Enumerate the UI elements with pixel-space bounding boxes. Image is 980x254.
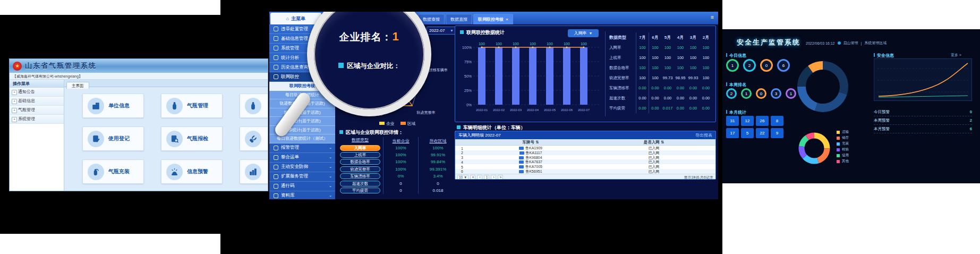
tab-联网联控考核[interactable]: 联网联控考核× (473, 14, 513, 24)
tab-数据直报[interactable]: 数据直报 (446, 14, 472, 24)
home-card-clipped-8[interactable] (240, 159, 268, 184)
chart-icon (245, 164, 261, 180)
legend-item-储存: 储存 (837, 135, 849, 141)
metric-pill-轨迹完整率[interactable]: 轨迹完整率 (340, 166, 380, 172)
month-value: 100 (661, 43, 674, 53)
close-icon[interactable]: × (506, 17, 508, 22)
row-number: 3 (455, 156, 469, 159)
home-card-信息预警[interactable]: 信息预警 (161, 159, 223, 184)
pagination-first-button[interactable]: « (470, 175, 475, 180)
svg-text:100%: 100% (462, 46, 472, 49)
pagination-next-button[interactable]: › (491, 175, 496, 180)
month-value: 100 (687, 53, 700, 63)
month-value: 0.00 (687, 103, 700, 113)
home-card-label: 单位信息 (108, 102, 130, 109)
sidebar-item-通行码[interactable]: 通行码⌄ (269, 182, 335, 191)
home-card-气瓶报检[interactable]: 气瓶报检 (161, 126, 223, 151)
company-value: 100% (383, 166, 418, 173)
vehicle-row-鲁K56951[interactable]: 6鲁K56951已入网 (455, 169, 715, 174)
vehicle-col-header-车牌号[interactable]: 车牌号 ⇅ (469, 140, 592, 145)
main-menu-button[interactable]: ⌂主菜单 (270, 13, 321, 24)
page-size-select[interactable]: 10 ▼ (457, 175, 468, 180)
svg-text:2022-06: 2022-06 (561, 108, 573, 112)
safety-dashboard-meta: 2022/06/03 16:12 启山管理 | 系统管理区域 (806, 40, 887, 46)
home-card-使用登记[interactable]: 使用登记 (82, 126, 144, 151)
month-value: 100 (687, 63, 700, 73)
metric-pill-入网率[interactable]: 入网率 (340, 145, 380, 151)
sidebar-item-系统管理[interactable]: 系统管理 (10, 115, 64, 124)
bar-2022-02 (495, 47, 502, 105)
legend-item-其他: 其他 (837, 158, 849, 164)
month-tile[interactable]: 12 (741, 116, 754, 126)
metric-select[interactable]: 入网率▼ (568, 29, 599, 37)
safety-dashboard-title: 安全生产监管系统 (737, 38, 800, 47)
building-icon (88, 98, 104, 114)
legend-label: 企业 (386, 121, 394, 126)
detail-row-数据合格率: 数据合格率100%99.84% (337, 158, 457, 165)
metric-pill-车辆漂移率[interactable]: 车辆漂移率 (340, 173, 380, 179)
metric-pill-平均疲劳[interactable]: 平均疲劳 (340, 188, 380, 193)
sidebar-item-主动安全防御[interactable]: 主动安全防御⌄ (269, 163, 335, 172)
month-value: 100 (700, 73, 712, 83)
home-card-气瓶充装[interactable]: 气瓶充装 (82, 159, 144, 184)
metric-pill-上线率[interactable]: 上线率 (340, 152, 380, 158)
sidebar-item-通知公告[interactable]: 通知公告 (10, 88, 64, 97)
sidebar-item-气瓶管理[interactable]: 气瓶管理 (10, 106, 64, 115)
svg-text:25%: 25% (464, 89, 472, 92)
metric-pill-超速次数[interactable]: 超速次数 (340, 181, 380, 187)
month-tile[interactable]: 17 (726, 128, 739, 138)
month-tile[interactable]: 5 (741, 128, 754, 138)
month-tile[interactable]: 26 (756, 116, 769, 126)
section-bullet-icon (460, 30, 464, 34)
sidebar-item-资料库[interactable]: 资料库⌄ (269, 191, 335, 200)
pagination-prev-button[interactable]: ‹ (477, 175, 482, 180)
tab-bar: 主界面 (64, 80, 268, 87)
sidebar-item-整合运单[interactable]: 整合运单⌄ (269, 153, 335, 163)
month-tile[interactable]: 8 (771, 116, 783, 126)
sidebar-item-基础信息[interactable]: 基础信息 (10, 97, 64, 106)
home-icon: ⌂ (286, 16, 289, 21)
more-link[interactable]: 更多 » (951, 53, 961, 58)
orange-trend-line (879, 63, 968, 96)
month-tile[interactable]: 9 (771, 128, 783, 138)
legend-swatch (837, 154, 840, 157)
svg-text:2022-01: 2022-01 (476, 108, 488, 112)
home-card-clipped-5[interactable] (240, 126, 268, 151)
home-card-clipped-2[interactable] (240, 94, 268, 118)
plate-icon (519, 147, 524, 150)
month-value: 100 (700, 53, 712, 63)
pagination-last-button[interactable]: » (498, 175, 503, 180)
stat-ring: 1 (741, 88, 752, 99)
vehicle-table-header: 车牌号 ⇅是否入网 ⇅ (455, 139, 715, 146)
vehicle-row-鲁KA7637[interactable]: 4鲁KA7637已入网 (455, 159, 715, 164)
chevron-down-icon: ⌄ (329, 193, 332, 198)
sidebar-item-label: 报警管理 (281, 145, 299, 151)
month-tile[interactable]: 22 (756, 128, 769, 138)
vehicle-row-鲁KA1117[interactable]: 2鲁KA1117已入网 (455, 150, 715, 155)
stat-value: 6 (970, 126, 972, 131)
page-number-input[interactable]: 1 (484, 175, 489, 180)
month-col-header: 2月 (700, 32, 712, 43)
user-name[interactable]: 启山管理 (843, 40, 858, 46)
vehicle-col-header-是否入网[interactable]: 是否入网 ⇅ (592, 140, 715, 145)
home-card-单位信息[interactable]: 单位信息 (82, 94, 144, 118)
metric-pill-数据合格率[interactable]: 数据合格率 (340, 159, 380, 165)
month-row-超速次数: 超速次数0.000.000.000.000.000.00 (608, 93, 714, 103)
vehicle-row-鲁KA1909[interactable]: 1鲁KA1909已入网 (455, 146, 715, 150)
sidebar-item-报警管理[interactable]: 报警管理⌄ (269, 143, 335, 153)
month-value: 98.95 (674, 73, 687, 83)
svg-text:2022-03: 2022-03 (510, 108, 522, 112)
vehicle-row-鲁K96804[interactable]: 3鲁K96804已入网 (455, 155, 715, 160)
month-tile[interactable]: 31 (726, 116, 739, 126)
sidebar-item-label: 基础信息管理 (281, 36, 308, 42)
sidebar-item-扩展服务管理[interactable]: 扩展服务管理⌄ (269, 172, 335, 182)
donut-legend: 运输储存充装检验使用其他 (837, 129, 849, 164)
menu-icon[interactable]: ≡ (711, 14, 714, 20)
query-date-select[interactable]: 2022-07▼ (427, 27, 456, 35)
home-card-气瓶管理[interactable]: 气瓶管理 (161, 94, 223, 118)
stat-ring: 2 (726, 88, 737, 99)
vehicle-row-鲁KA7005[interactable]: 5鲁KA7005已入网 (455, 164, 715, 169)
export-report-button[interactable]: 导出报表 (695, 132, 712, 138)
region-value: 3.4% (418, 173, 457, 180)
month-value: 100 (636, 63, 649, 73)
